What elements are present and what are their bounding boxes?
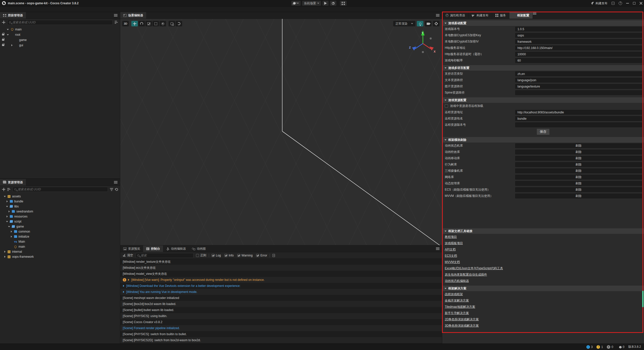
console-tab[interactable]: 动画编辑器 bbox=[163, 245, 189, 252]
console-searchbox[interactable] bbox=[136, 253, 193, 258]
hierarchy-search-input[interactable] bbox=[12, 21, 111, 24]
restart-button[interactable] bbox=[330, 1, 336, 6]
doc-link[interactable]: MVVM文档 bbox=[445, 260, 460, 264]
tree-chevron-icon[interactable] bbox=[4, 250, 6, 253]
console-log-row[interactable]: [Scene] [PHYSICS2D]: switch from box2d-w… bbox=[120, 337, 442, 343]
clear-console-button[interactable]: 清空 bbox=[123, 253, 133, 257]
assets-search-input[interactable] bbox=[18, 188, 106, 191]
play-button[interactable] bbox=[323, 1, 329, 6]
log-filter-checkbox[interactable]: Log bbox=[212, 254, 221, 257]
save-button[interactable]: 保存 bbox=[537, 128, 550, 135]
maximize-button[interactable] bbox=[633, 2, 635, 5]
hierarchy-tree-node[interactable]: root bbox=[0, 32, 120, 37]
text-field[interactable]: bundle bbox=[515, 116, 642, 121]
text-field[interactable]: framework bbox=[515, 39, 642, 44]
console-log-row[interactable]: [Scene] Forward render pipeline initiali… bbox=[120, 325, 442, 331]
expand-arrow-icon[interactable] bbox=[123, 291, 125, 293]
doc-link[interactable]: 游戏模板项目 bbox=[445, 241, 463, 245]
remove-module-button[interactable]: 剔除 bbox=[515, 150, 642, 154]
text-field[interactable]: language/texture bbox=[515, 84, 642, 89]
assets-tab[interactable]: 资源管理器 bbox=[0, 179, 26, 186]
tree-chevron-icon[interactable] bbox=[6, 215, 8, 218]
remove-module-button[interactable]: 剔除 bbox=[515, 181, 642, 186]
inspector-tab[interactable]: 构建发布 bbox=[469, 12, 492, 19]
move-tool-button[interactable] bbox=[131, 21, 138, 26]
regex-checkbox[interactable]: 正则 bbox=[196, 253, 206, 257]
section-resource-config[interactable]: 游戏资源配置 bbox=[442, 97, 644, 103]
console-log-row[interactable]: [Scene] Cocos Creator v3.8.2 bbox=[120, 319, 442, 325]
inspector-tab[interactable]: 属性检查器 bbox=[442, 12, 469, 19]
panel-menu-icon[interactable] bbox=[114, 181, 117, 184]
console-tab[interactable]: 控制台 bbox=[143, 245, 163, 252]
snap-settings-button[interactable] bbox=[169, 21, 175, 26]
asset-tree-node[interactable]: resources bbox=[0, 214, 120, 219]
console-log-row[interactable]: [Scene] meshopt wasm decoder initialized bbox=[120, 295, 442, 301]
scene-viewport[interactable]: 3D 正常渲染 Y bbox=[120, 19, 442, 245]
tree-chevron-icon[interactable] bbox=[6, 200, 8, 203]
section-module-trim[interactable]: 框架模块剔除 bbox=[442, 137, 644, 143]
filter-icon[interactable] bbox=[110, 188, 113, 191]
scrollbar-thumb[interactable] bbox=[642, 291, 643, 307]
remove-module-button[interactable]: 剔除 bbox=[515, 162, 642, 167]
layout-button[interactable] bbox=[340, 1, 347, 6]
asset-tree-node[interactable]: oops-framework bbox=[0, 254, 120, 259]
console-log-row[interactable]: [Window] [Vue warn]: Property "onInput" … bbox=[120, 277, 442, 283]
asset-tree-node[interactable]: libs bbox=[0, 204, 120, 209]
asset-tree-node[interactable]: Main bbox=[0, 239, 120, 244]
tree-chevron-icon[interactable] bbox=[6, 220, 8, 223]
preview-scene-dropdown[interactable]: 当前场景 bbox=[302, 1, 321, 6]
scene-tab[interactable]: 场景编辑器 bbox=[120, 12, 146, 19]
section-solutions[interactable]: 框架解决方案 bbox=[442, 286, 644, 291]
console-log-row[interactable]: [Window] Download the Vue Devtools exten… bbox=[120, 283, 442, 289]
lighting-toggle-button[interactable] bbox=[417, 21, 423, 26]
grid-settings-button[interactable] bbox=[176, 21, 182, 26]
console-log-row[interactable]: [Window] You are running Vue in developm… bbox=[120, 289, 442, 295]
minimize-button[interactable] bbox=[626, 3, 629, 4]
rect-tool-button[interactable] bbox=[152, 21, 159, 26]
console-tab[interactable]: 资源预览 bbox=[120, 245, 143, 252]
tree-chevron-icon[interactable] bbox=[8, 210, 10, 213]
3d-toggle-button[interactable]: 3D bbox=[122, 21, 129, 26]
asset-tree-node[interactable]: internal bbox=[0, 249, 120, 254]
panel-menu-icon[interactable] bbox=[436, 14, 439, 17]
doc-link[interactable]: 原生包热更新配置自动生成插件 bbox=[445, 273, 487, 277]
console-log-row[interactable]: [Scene] [PHYSICS]: switch from builtin t… bbox=[120, 331, 442, 337]
console-log-row[interactable]: [Scene] [bullet]:bullet wasm lib loaded. bbox=[120, 307, 442, 313]
tree-chevron-icon[interactable] bbox=[11, 44, 13, 47]
section-doc-links[interactable]: 框架文档工具链接 bbox=[442, 228, 644, 234]
console-log-row[interactable]: [Window] model_view文件夹存在 bbox=[120, 271, 442, 277]
console-tab[interactable]: 动画图 bbox=[189, 245, 209, 252]
doc-link[interactable]: ECS文档 bbox=[445, 254, 457, 258]
hierarchy-tree-node[interactable]: main bbox=[0, 27, 120, 32]
refresh-icon[interactable] bbox=[115, 188, 118, 191]
warning-count[interactable]: 1 bbox=[596, 345, 603, 349]
rotate-tool-button[interactable] bbox=[138, 21, 145, 26]
asset-tree-node[interactable]: script bbox=[0, 219, 120, 224]
console-log-row[interactable]: [Scene] [PHYSICS]: using builtin. bbox=[120, 313, 442, 319]
doc-link[interactable]: 教程项目 bbox=[445, 235, 457, 239]
tree-chevron-icon[interactable] bbox=[4, 195, 6, 198]
asset-tree-node[interactable]: assets bbox=[0, 194, 120, 199]
remove-module-button[interactable]: 剔除 bbox=[515, 143, 642, 148]
preview-platform-dropdown[interactable] bbox=[291, 1, 301, 6]
text-field[interactable] bbox=[515, 90, 642, 95]
log-filter-checkbox[interactable]: Info bbox=[224, 254, 234, 257]
tree-chevron-icon[interactable] bbox=[10, 230, 13, 233]
asset-tree-node[interactable]: common bbox=[0, 229, 120, 234]
tree-chevron-icon[interactable] bbox=[4, 255, 6, 258]
console-log-row[interactable]: [Window] render_texture文件夹存在 bbox=[120, 259, 442, 265]
hierarchy-tree-node[interactable]: game bbox=[0, 37, 120, 42]
create-asset-button[interactable] bbox=[2, 188, 5, 191]
tree-chevron-icon[interactable] bbox=[7, 28, 9, 31]
assets-searchbox[interactable] bbox=[13, 187, 108, 192]
doc-link[interactable]: Excel格式转Json文件与TypeScript代码工具 bbox=[445, 266, 503, 271]
doc-link[interactable]: 动画状态机编辑器 bbox=[445, 279, 469, 283]
tree-chevron-icon[interactable] bbox=[10, 245, 13, 248]
solution-link[interactable]: 3D角色扮演游戏解决方案 bbox=[445, 324, 479, 328]
expand-arrow-icon[interactable] bbox=[123, 285, 125, 287]
tree-chevron-icon[interactable] bbox=[6, 205, 8, 208]
tree-chevron-icon[interactable] bbox=[10, 235, 13, 238]
build-publish-button[interactable]: 构建发布 bbox=[591, 1, 608, 6]
text-field[interactable]: language/json bbox=[515, 78, 642, 82]
solution-link[interactable]: 2D角色扮演游戏解决方案 bbox=[445, 317, 479, 322]
